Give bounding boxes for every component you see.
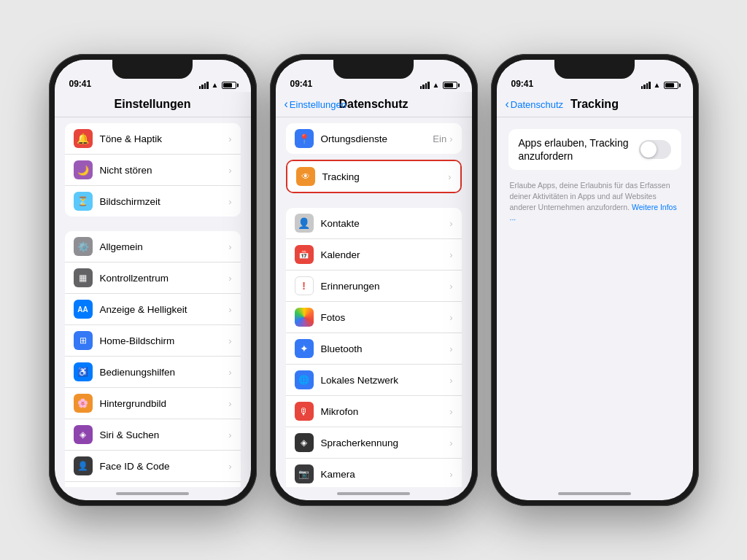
list-item[interactable]: ▦ Kontrollzentrum ›	[65, 262, 241, 294]
toggle-knob	[640, 141, 657, 158]
ortung-icon: 📍	[295, 129, 314, 148]
status-icons-1: ▲	[199, 81, 236, 89]
list-item[interactable]: SOS Notruf SOS ›	[65, 482, 241, 487]
nav-back-label-2: Einstellungen	[290, 99, 347, 110]
wifi-icon-1: ▲	[212, 81, 219, 89]
location-group: 📍 Ortungsdienste Ein ›	[286, 123, 462, 154]
phone-3: 09:41 ▲ ‹ Datenschutz Tracking	[491, 54, 699, 506]
status-time-3: 09:41	[511, 79, 534, 89]
tracking-content: Apps erlauben, Tracking anzufordern Erla…	[497, 117, 693, 487]
nav-back-label-3: Datenschutz	[511, 99, 563, 110]
status-icons-2: ▲	[420, 81, 457, 89]
anzeige-icon: AA	[74, 300, 93, 319]
hintergrund-icon: 🌸	[74, 394, 93, 413]
bluetooth-row[interactable]: ✦ Bluetooth ›	[286, 333, 462, 365]
lokales-row[interactable]: 🌐 Lokales Netzwerk ›	[286, 365, 462, 396]
back-arrow-icon-3: ‹	[506, 98, 509, 110]
list-item[interactable]: 🌙 Nicht stören ›	[65, 155, 241, 186]
kalender-icon: 📅	[295, 245, 314, 264]
kalender-row[interactable]: 📅 Kalender ›	[286, 239, 462, 271]
nav-header-3: ‹ Datenschutz Tracking	[497, 92, 693, 117]
kamera-icon: 📷	[295, 464, 314, 483]
fotos-icon	[295, 308, 314, 327]
tracking-toggle[interactable]	[639, 140, 671, 159]
screen-3: ‹ Datenschutz Tracking Apps erlauben, Tr…	[497, 92, 693, 487]
notch-2	[333, 60, 414, 79]
tracking-icon: 👁	[296, 167, 315, 186]
list-item[interactable]: 🔔 Töne & Haptik ›	[65, 123, 241, 155]
wifi-icon-2: ▲	[433, 81, 440, 89]
battery-icon-2	[443, 82, 457, 89]
lokales-icon: 🌐	[295, 370, 314, 389]
toggle-label: Apps erlauben, Tracking anzufordern	[519, 136, 639, 163]
page-title-2: Datenschutz	[338, 98, 408, 111]
fotos-row[interactable]: Fotos ›	[286, 302, 462, 333]
weitere-infos-link[interactable]: Weitere Infos ...	[510, 203, 677, 222]
notch-3	[554, 60, 635, 79]
settings-scroll-2[interactable]: 📍 Ortungsdienste Ein › 👁 Tracking ›	[276, 117, 472, 487]
list-item[interactable]: ⚙️ Allgemein ›	[65, 231, 241, 262]
section-group-top-1: 🔔 Töne & Haptik › 🌙 Nicht stören › ⏳ Bil…	[65, 123, 241, 217]
signal-icon-2	[420, 82, 430, 89]
settings-scroll-1[interactable]: 🔔 Töne & Haptik › 🌙 Nicht stören › ⏳ Bil…	[55, 117, 251, 487]
home-indicator-3	[497, 487, 693, 500]
spracherkennung-icon: ◈	[295, 433, 314, 452]
dnd-icon: 🌙	[74, 160, 93, 179]
notch-1	[112, 60, 193, 79]
kontakte-icon: 👤	[295, 214, 314, 233]
section-group-mid-1: ⚙️ Allgemein › ▦ Kontrollzentrum › AA An…	[65, 231, 241, 487]
list-item[interactable]: 🌸 Hintergrundbild ›	[65, 388, 241, 419]
home-indicator-1	[55, 487, 251, 500]
list-item[interactable]: ⏳ Bildschirmzeit ›	[65, 186, 241, 217]
screentime-icon: ⏳	[74, 192, 93, 211]
allgemein-icon: ⚙️	[74, 237, 93, 256]
spracherkennung-row[interactable]: ◈ Spracherkennung ›	[286, 427, 462, 459]
status-icons-3: ▲	[641, 81, 678, 89]
faceid-icon: 👤	[74, 456, 93, 475]
ortung-row[interactable]: 📍 Ortungsdienste Ein ›	[286, 123, 462, 154]
kamera-row[interactable]: 📷 Kamera ›	[286, 459, 462, 487]
phone-2: 09:41 ▲ ‹ Einstellungen Datenschutz	[270, 54, 478, 506]
battery-icon-1	[222, 82, 236, 89]
back-arrow-icon: ‹	[285, 98, 288, 110]
nav-header-2: ‹ Einstellungen Datenschutz	[276, 92, 472, 117]
phone-1: 09:41 ▲ Einstellungen	[49, 54, 257, 506]
tones-icon: 🔔	[74, 129, 93, 148]
status-time-2: 09:41	[290, 79, 313, 89]
list-item[interactable]: ♿ Bedienungshilfen ›	[65, 357, 241, 388]
tracking-toggle-row: Apps erlauben, Tracking anzufordern	[508, 129, 681, 170]
mikrofon-row[interactable]: 🎙 Mikrofon ›	[286, 396, 462, 427]
nav-back-3[interactable]: ‹ Datenschutz	[506, 98, 564, 110]
kontrollzentrum-icon: ▦	[74, 268, 93, 287]
home-indicator-2	[276, 487, 472, 500]
erinnerungen-icon: !	[295, 276, 314, 295]
privacy-group: 👤 Kontakte › 📅 Kalender › ! Erinnerungen	[286, 208, 462, 487]
tracking-row[interactable]: 👁 Tracking ›	[287, 161, 460, 192]
battery-icon-3	[664, 82, 678, 89]
bluetooth-icon: ✦	[295, 339, 314, 358]
screen-2: ‹ Einstellungen Datenschutz 📍 Ortungsdie…	[276, 92, 472, 487]
list-item[interactable]: ⊞ Home-Bildschirm ›	[65, 325, 241, 357]
page-title-1: Einstellungen	[115, 98, 191, 111]
screen-1: Einstellungen 🔔 Töne & Haptik › 🌙 Nicht …	[55, 92, 251, 487]
kontakte-row[interactable]: 👤 Kontakte ›	[286, 208, 462, 239]
home-icon: ⊞	[74, 331, 93, 350]
siri-icon: ◈	[74, 425, 93, 444]
signal-icon-3	[641, 82, 651, 89]
nav-back-2[interactable]: ‹ Einstellungen	[285, 98, 347, 110]
signal-icon-1	[199, 82, 209, 89]
list-item[interactable]: 👤 Face ID & Code ›	[65, 451, 241, 482]
status-time-1: 09:41	[69, 79, 92, 89]
nav-header-1: Einstellungen	[55, 92, 251, 117]
page-title-3: Tracking	[570, 98, 619, 111]
bedienung-icon: ♿	[74, 362, 93, 381]
erinnerungen-row[interactable]: ! Erinnerungen ›	[286, 271, 462, 302]
list-item[interactable]: ◈ Siri & Suchen ›	[65, 419, 241, 451]
list-item[interactable]: AA Anzeige & Helligkeit ›	[65, 294, 241, 325]
tracking-description: Erlaube Apps, deine Erlaubnis für das Er…	[508, 176, 681, 223]
wifi-icon-3: ▲	[654, 81, 661, 89]
mikrofon-icon: 🎙	[295, 402, 314, 421]
